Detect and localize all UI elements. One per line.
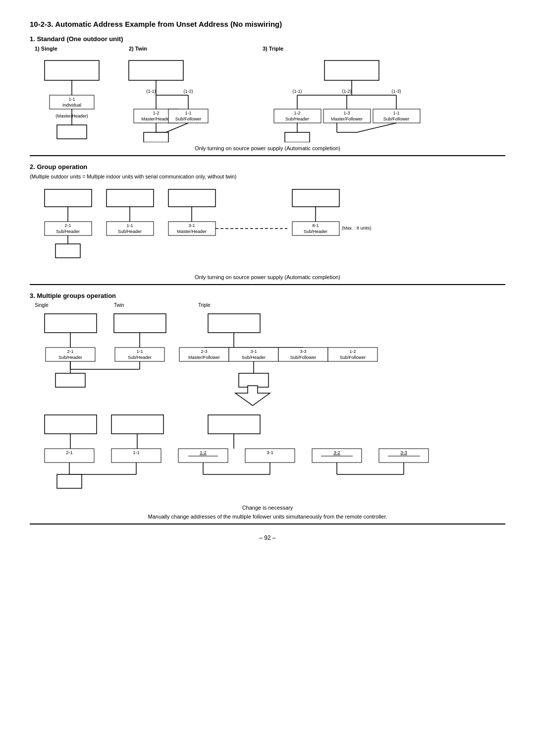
svg-text:(1-2): (1-2) (183, 89, 193, 94)
svg-text:1-1: 1-1 (393, 111, 399, 116)
svg-text:2-1: 2-1 (67, 349, 73, 354)
svg-line-23 (166, 123, 188, 132)
svg-text:Sub/Follower: Sub/Follower (383, 116, 410, 121)
section3-bottom-diagram: 2-1 1-1 1-2 3-1 3-2 3-3 (35, 410, 510, 502)
svg-text:Sub/Header: Sub/Header (285, 116, 309, 121)
svg-rect-78 (55, 373, 85, 387)
svg-text:3-1: 3-1 (188, 223, 195, 228)
completion-text-2: Only turning on source power supply (Aut… (30, 274, 505, 280)
section1-title: 1. Standard (One outdoor unit) (30, 35, 505, 43)
svg-rect-64 (55, 244, 80, 258)
svg-text:(Max. : 8 units): (Max. : 8 units) (342, 226, 372, 231)
svg-rect-132 (57, 474, 82, 488)
svg-text:Master/Header: Master/Header (141, 116, 171, 121)
sub3-label: 3) Triple (233, 46, 505, 52)
section3-title: 3. Multiple groups operation (30, 292, 505, 299)
svg-text:3-3: 3-3 (400, 450, 407, 455)
svg-rect-7 (57, 125, 87, 139)
change-text: Change is necessary (30, 505, 505, 511)
page-title: 10-2-3. Automatic Address Example from U… (30, 20, 505, 28)
svg-text:3-2: 3-2 (333, 450, 340, 455)
svg-text:2-3: 2-3 (201, 349, 207, 354)
svg-marker-107 (235, 386, 270, 406)
svg-text:Sub/Follower: Sub/Follower (175, 116, 202, 121)
svg-text:1-3: 1-3 (343, 111, 350, 116)
svg-text:Master/Follower: Master/Follower (331, 116, 363, 121)
svg-text:1-2: 1-2 (200, 450, 207, 455)
sub2-label: 2) Twin (129, 46, 233, 52)
section3-top-diagram: 2-1 Sub/Header 1-1 Sub/Header 2-3 Master… (35, 309, 510, 408)
section2-note: (Multiple outdoor units = Multiple indoo… (30, 174, 505, 179)
svg-text:8-1: 8-1 (312, 223, 319, 228)
svg-text:Sub/Header: Sub/Header (56, 229, 80, 234)
svg-text:Sub/Header: Sub/Header (242, 355, 266, 360)
svg-rect-108 (45, 415, 97, 434)
svg-text:Master/Header: Master/Header (177, 229, 207, 234)
svg-text:1-2: 1-2 (294, 111, 300, 116)
change-note: Manually change addresses of the multipl… (30, 514, 505, 520)
multi-single-label: Single (35, 302, 114, 308)
svg-rect-106 (239, 373, 268, 387)
multi-triple-label: Triple (198, 302, 297, 308)
svg-text:1-1: 1-1 (133, 450, 140, 455)
svg-text:Sub/Header: Sub/Header (118, 229, 142, 234)
svg-text:1-2: 1-2 (153, 111, 159, 116)
svg-text:3-1: 3-1 (250, 349, 257, 354)
svg-text:(1-1): (1-1) (146, 89, 156, 94)
svg-text:1-1: 1-1 (68, 97, 75, 102)
section2-title: 2. Group operation (30, 163, 505, 171)
svg-rect-50 (168, 189, 215, 207)
svg-rect-10 (129, 60, 183, 80)
section2-diagram: 2-1 Sub/Header 1-1 Sub/Header 3-1 Master… (35, 184, 510, 271)
svg-rect-28 (324, 60, 379, 80)
svg-rect-0 (45, 60, 99, 80)
svg-text:Individual: Individual (62, 103, 81, 108)
svg-rect-48 (45, 189, 92, 207)
section1-diagram: 1-1 Individual (Master/Header) (1-1) (1-… (35, 56, 510, 142)
svg-text:Sub/Follower: Sub/Follower (290, 355, 317, 360)
svg-text:(1-2): (1-2) (342, 89, 351, 94)
svg-line-47 (357, 123, 396, 132)
divider-3 (30, 523, 505, 524)
svg-text:2-1: 2-1 (66, 450, 73, 455)
divider-1 (30, 155, 505, 156)
svg-rect-66 (292, 189, 339, 207)
svg-rect-72 (45, 314, 97, 333)
svg-text:Sub/Header: Sub/Header (304, 229, 327, 234)
svg-rect-24 (144, 132, 168, 142)
svg-rect-109 (111, 415, 163, 434)
svg-text:Sub/Follower: Sub/Follower (340, 355, 366, 360)
svg-text:1-1: 1-1 (126, 223, 133, 228)
completion-text-1: Only turning on source power supply (Aut… (30, 145, 505, 151)
divider-2 (30, 284, 505, 285)
svg-text:Sub/Header: Sub/Header (128, 355, 152, 360)
svg-text:Master/Follower: Master/Follower (188, 355, 220, 360)
multi-twin-label: Twin (114, 302, 178, 308)
svg-text:(1-1): (1-1) (292, 89, 302, 94)
svg-rect-79 (114, 314, 166, 333)
svg-text:1-2: 1-2 (349, 349, 356, 354)
svg-text:3-1: 3-1 (267, 450, 273, 455)
svg-text:2-1: 2-1 (64, 223, 71, 228)
svg-rect-87 (208, 314, 260, 333)
svg-text:Sub/Header: Sub/Header (58, 355, 82, 360)
svg-text:1-1: 1-1 (136, 349, 143, 354)
svg-text:1-1: 1-1 (185, 111, 191, 116)
svg-text:(1-3): (1-3) (391, 89, 401, 94)
sub1-label: 1) Single (30, 46, 129, 52)
svg-rect-49 (107, 189, 154, 207)
svg-text:3-3: 3-3 (300, 349, 306, 354)
svg-rect-110 (208, 415, 260, 434)
page-number: – 92 – (30, 534, 505, 541)
svg-rect-44 (285, 132, 310, 142)
